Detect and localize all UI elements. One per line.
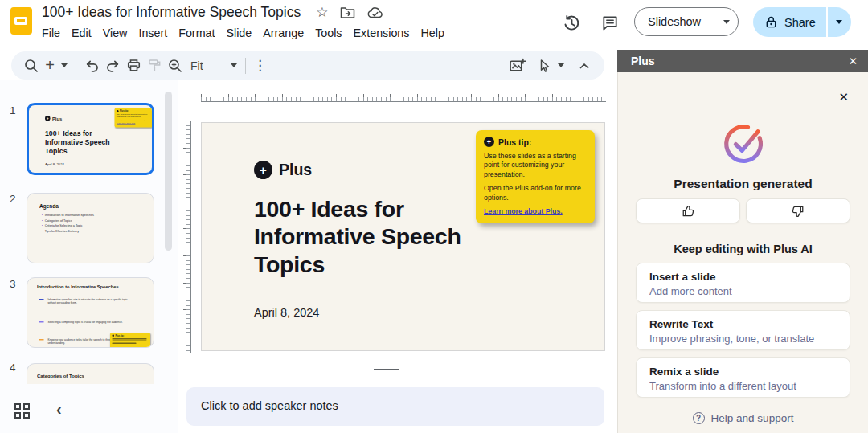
slideshow-dropdown[interactable] [714, 8, 738, 35]
tip-text-line [113, 341, 147, 342]
action-title: Insert a slide [649, 271, 837, 283]
tip-text-line [113, 338, 147, 340]
learn-more-link[interactable]: Learn more about Plus. [484, 207, 563, 215]
move-folder-icon[interactable] [340, 6, 355, 19]
lock-icon [764, 15, 778, 29]
comments-icon[interactable] [599, 12, 621, 35]
menu-edit[interactable]: Edit [66, 24, 97, 43]
new-slide-dropdown[interactable] [58, 55, 71, 77]
help-and-support[interactable]: ? Help and support [618, 412, 868, 424]
toolbar-divider [76, 58, 76, 74]
menu-format[interactable]: Format [173, 24, 220, 43]
filmstrip-scrollbar[interactable] [165, 92, 172, 251]
plus-addon-panel: Plus ✕ ✕ Presentation generated [617, 50, 868, 433]
menu-view[interactable]: View [97, 24, 133, 43]
select-tool-dropdown[interactable] [555, 55, 567, 77]
plus-brand[interactable]: + Plus [254, 161, 312, 179]
notes-resize-handle[interactable] [374, 369, 399, 370]
feedback-buttons [636, 198, 850, 223]
caret-down-icon [723, 20, 730, 24]
horizontal-ruler [201, 92, 606, 102]
title-area: 100+ Ideas for Informative Speech Topics… [42, 4, 450, 43]
version-history-icon[interactable] [560, 12, 583, 35]
thumbnail-plus-tip: Plus tip: Use these slides as a starting… [115, 108, 153, 128]
thumbnail-plus-tip: Plus tip: [110, 333, 150, 348]
bullet-dash [39, 321, 44, 322]
menu-arrange[interactable]: Arrange [257, 24, 309, 43]
tip-heading: Plus tip: [116, 334, 125, 337]
speaker-notes[interactable]: Click to add speaker notes [186, 387, 604, 426]
fit-zoom-select[interactable]: Fit [186, 59, 207, 72]
speaker-notes-placeholder: Click to add speaker notes [201, 399, 338, 412]
menu-slide[interactable]: Slide [220, 24, 257, 43]
slide-filmstrip: 1 2 3 4 + Plus Plus tip: Use these slide… [0, 80, 178, 433]
plus-tip-note[interactable]: + Plus tip: Use these slides as a starti… [476, 130, 595, 223]
zoom-dropdown[interactable] [227, 55, 240, 77]
collapse-toolbar-icon[interactable] [574, 55, 595, 77]
menu-help[interactable]: Help [415, 24, 449, 43]
collapse-filmstrip-icon[interactable]: ‹ [56, 400, 62, 419]
thumbs-down-button[interactable] [746, 198, 850, 223]
bullet-dash [39, 339, 44, 340]
new-slide-button[interactable]: + [42, 55, 58, 77]
share-button[interactable]: Share [753, 7, 826, 37]
dialog-close-icon[interactable]: ✕ [838, 90, 849, 104]
action-remix-slide[interactable]: Remix a slide Transform into a different… [636, 357, 850, 398]
thumbnail-bullet-list: •Introduction to Informative Speeches •C… [42, 212, 94, 234]
action-rewrite-text[interactable]: Rewrite Text Improve phrasing, tone, or … [636, 310, 850, 350]
paint-format-icon[interactable] [144, 55, 165, 77]
redo-icon[interactable] [102, 55, 123, 77]
current-slide[interactable]: + Plus + Plus tip: Use these slides as a… [201, 122, 605, 351]
slide-title[interactable]: 100+ Ideas for Informative Speech Topics [254, 195, 487, 278]
action-subtitle: Improve phrasing, tone, or translate [649, 333, 837, 345]
menu-file[interactable]: File [36, 24, 66, 43]
slide-date[interactable]: April 8, 2024 [254, 306, 319, 319]
slide-thumbnail-2[interactable]: Agenda •Introduction to Informative Spee… [27, 193, 154, 263]
slide-thumbnail-3[interactable]: Introduction to Informative Speeches Inf… [27, 277, 154, 348]
google-slides-app: 100+ Ideas for Informative Speech Topics… [0, 0, 868, 433]
thumbnail-bullet: Introduction to Informative Speeches [45, 212, 94, 218]
print-icon[interactable] [123, 55, 144, 77]
cloud-saved-icon[interactable] [367, 6, 383, 18]
undo-icon[interactable] [81, 55, 102, 77]
help-icon: ? [693, 412, 705, 424]
thumbnail-brand: + Plus [45, 116, 62, 121]
document-title[interactable]: 100+ Ideas for Informative Speech Topics [42, 4, 301, 21]
menu-insert[interactable]: Insert [133, 24, 173, 43]
slideshow-button-group: Slideshow [634, 7, 739, 36]
zoom-icon[interactable] [165, 55, 186, 77]
plus-tip-icon [113, 335, 115, 337]
panel-close-icon[interactable]: ✕ [849, 55, 858, 67]
tip-body-2: Open the Plus add-on for more options. [484, 184, 587, 202]
share-dropdown[interactable] [828, 7, 851, 37]
slide-number-4: 4 [10, 362, 16, 374]
thumbnail-bullet: Criteria for Selecting a Topic [45, 223, 83, 229]
thumbs-up-button[interactable] [636, 198, 740, 223]
tip-body-1: Use these slides as a starting point for… [484, 152, 587, 179]
insert-image-icon[interactable] [506, 55, 527, 77]
bullet-dash [39, 299, 44, 300]
grid-view-icon[interactable] [14, 403, 30, 419]
slide-number-1: 1 [10, 104, 16, 116]
tip-heading: Plus tip: [120, 110, 129, 113]
tip-link: Learn more about Plus. [117, 121, 135, 124]
menu-tools[interactable]: Tools [309, 24, 347, 43]
slides-logo[interactable] [10, 7, 32, 35]
more-options-icon[interactable]: ⋮ [251, 55, 270, 77]
plus-logo-icon: + [45, 116, 51, 121]
select-tool-icon[interactable] [534, 55, 555, 77]
share-label: Share [784, 16, 816, 29]
star-icon[interactable]: ☆ [316, 4, 328, 21]
slide-thumbnail-1[interactable]: + Plus Plus tip: Use these slides as a s… [27, 103, 154, 175]
thumbnail-date: April 8, 2024 [45, 162, 64, 166]
thumbnail-point: Selecting a compelling topic is crucial … [48, 320, 123, 324]
panel-title: Plus [631, 55, 655, 67]
slide-thumbnail-4[interactable]: Categories of Topics [27, 363, 154, 384]
menu-extensions[interactable]: Extensions [348, 24, 416, 43]
action-insert-slide[interactable]: Insert a slide Add more content [636, 263, 850, 303]
thumbnail-heading: Categories of Topics [37, 373, 84, 378]
search-icon[interactable] [21, 55, 42, 77]
share-button-group: Share [753, 7, 851, 37]
slideshow-button[interactable]: Slideshow [635, 8, 714, 35]
action-subtitle: Transform into a different layout [649, 380, 837, 392]
